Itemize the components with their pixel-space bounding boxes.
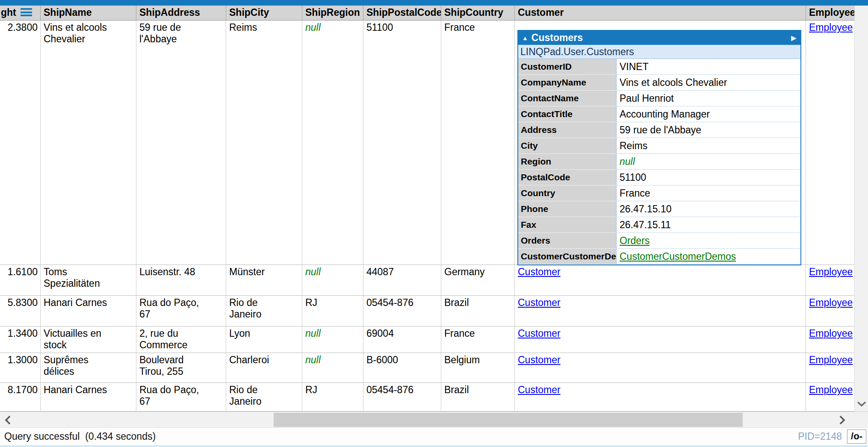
cell-customer: Customer — [515, 383, 806, 412]
cell-text: 2, rue du Commerce — [139, 328, 187, 350]
customer-panel-header[interactable]: ▲Customers ▶ — [518, 31, 800, 45]
panel-field-row: ContactNamePaul Henriot — [518, 91, 800, 106]
customer-link[interactable]: Customer — [518, 328, 561, 339]
cell-text: 1.6100 — [8, 266, 38, 277]
cell-ship-name: Hanari Carnes — [41, 383, 136, 412]
cell-text: Victuailles en stock — [44, 328, 101, 350]
cell-ship-region: null — [302, 21, 363, 265]
null-value: null — [305, 354, 321, 365]
cell-text: Brazil — [444, 297, 469, 308]
panel-field-value: Vins et alcools Chevalier — [617, 75, 800, 91]
panel-field-label: Phone — [518, 201, 617, 217]
cell-ship-postal-code: 05454-876 — [363, 383, 441, 412]
cell-text: 05454-876 — [366, 297, 413, 308]
panel-field-label: City — [518, 138, 617, 154]
employee-link[interactable]: Employee — [809, 354, 853, 365]
panel-field-value: null — [617, 154, 800, 170]
scroll-left-icon[interactable] — [3, 415, 13, 427]
optimization-mode-badge[interactable]: /o- — [847, 429, 866, 444]
cell-text: Boulevard Tirou, 255 — [139, 354, 184, 377]
horizontal-scrollbar-thumb[interactable] — [274, 413, 743, 427]
cell-ship-postal-code: B-6000 — [363, 353, 441, 383]
results-grid: ghtShipNameShipAddressShipCityShipRegion… — [0, 6, 868, 412]
customer-panel-type-name: LINQPad.User.Customers — [518, 45, 800, 59]
cell-ship-address: 59 rue de l'Abbaye — [136, 21, 226, 265]
panel-field-value: 59 rue de l'Abbaye — [617, 122, 800, 138]
column-header-ship-region[interactable]: ShipRegion — [302, 6, 363, 21]
employee-link[interactable]: Employee — [809, 266, 853, 277]
cell-ship-region: null — [302, 326, 363, 353]
vertical-scrollbar[interactable] — [854, 6, 868, 412]
cell-text: RJ — [305, 297, 317, 308]
orders-link[interactable]: Orders — [620, 235, 650, 246]
panel-field-value: VINET — [617, 59, 800, 75]
cell-text: Belgium — [444, 354, 480, 365]
customer-panel-fields: CustomerIDVINETCompanyNameVins et alcool… — [518, 59, 800, 265]
cell-ship-address: 2, rue du Commerce — [136, 326, 226, 353]
panel-field-label: PostalCode — [518, 170, 617, 185]
cell-ship-name: Suprêmes délices — [41, 353, 136, 383]
column-header-ship-postal-code[interactable]: ShipPostalCode — [363, 6, 441, 21]
scroll-right-icon[interactable] — [837, 415, 847, 427]
status-message: Query successful (0.434 seconds) — [4, 431, 156, 442]
cell-ship-address: Rua do Paço, 67 — [136, 296, 226, 326]
panel-field-row: CustomerCustomerDemosCustomerCustomerDem… — [518, 249, 800, 265]
cell-freight: 5.8300 — [0, 296, 41, 326]
panel-field-value: Reims — [617, 138, 800, 154]
collapse-triangle-icon: ▲ — [522, 35, 528, 41]
column-header-label: ShipName — [44, 7, 92, 18]
panel-field-row: CountryFrance — [518, 185, 800, 201]
column-header-ship-name[interactable]: ShipName — [41, 6, 136, 21]
customer-link[interactable]: Customer — [518, 354, 561, 365]
employee-link[interactable]: Employee — [809, 384, 853, 395]
cell-freight: 2.3800 — [0, 21, 41, 265]
cell-text: RJ — [305, 384, 317, 395]
expand-right-arrow-icon[interactable]: ▶ — [791, 31, 796, 45]
cell-ship-region: RJ — [302, 296, 363, 326]
cell-ship-region: null — [302, 265, 363, 296]
customer-link[interactable]: Customer — [518, 297, 561, 308]
column-header-customer[interactable]: Customer — [515, 6, 806, 21]
column-header-ship-address[interactable]: ShipAddress — [136, 6, 226, 21]
customer-link[interactable]: Customer — [518, 384, 561, 395]
null-value: null — [305, 328, 321, 339]
customercustomerdemos-link[interactable]: CustomerCustomerDemos — [620, 251, 736, 262]
cell-text: Luisenstr. 48 — [139, 266, 195, 277]
panel-field-row: Fax26.47.15.11 — [518, 217, 800, 233]
panel-field-row: ContactTitleAccounting Manager — [518, 106, 800, 122]
panel-field-label: CustomerCustomerDemos — [518, 249, 617, 265]
column-header-ship-city[interactable]: ShipCity — [226, 6, 302, 21]
employee-link[interactable]: Employee — [809, 297, 853, 308]
panel-field-label: ContactTitle — [518, 106, 617, 122]
employee-link[interactable]: Employee — [809, 22, 853, 33]
scroll-down-icon[interactable] — [856, 400, 867, 409]
cell-text: Rio de Janeiro — [229, 384, 261, 407]
panel-field-label: Country — [518, 185, 617, 201]
cell-freight: 1.3400 — [0, 326, 41, 353]
panel-field-value: Orders — [617, 233, 800, 249]
customer-link[interactable]: Customer — [518, 266, 561, 277]
panel-field-row: PostalCode51100 — [518, 170, 800, 185]
panel-field-label: Region — [518, 154, 617, 170]
cell-customer: Customer — [515, 265, 806, 296]
panel-field-value: Paul Henriot — [617, 91, 800, 106]
column-header-ship-country[interactable]: ShipCountry — [441, 6, 515, 21]
pid-label: PID=2148 — [798, 431, 842, 442]
employee-link[interactable]: Employee — [809, 328, 853, 339]
panel-field-label: CompanyName — [518, 75, 617, 91]
cell-text: Rio de Janeiro — [229, 297, 261, 320]
panel-field-row: CustomerIDVINET — [518, 59, 800, 75]
panel-field-row: CompanyNameVins et alcools Chevalier — [518, 75, 800, 91]
status-bar: Query successful (0.434 seconds) PID=214… — [0, 427, 868, 445]
hamburger-icon[interactable] — [21, 8, 32, 16]
cell-ship-postal-code: 69004 — [363, 326, 441, 353]
cell-text: France — [444, 22, 475, 33]
cell-text: 59 rue de l'Abbaye — [139, 22, 181, 44]
column-header-freight[interactable]: ght — [0, 6, 41, 21]
horizontal-scrollbar[interactable] — [0, 412, 868, 427]
panel-field-row: Regionnull — [518, 154, 800, 170]
cell-text: 1.3400 — [8, 328, 38, 339]
panel-field-row: OrdersOrders — [518, 233, 800, 249]
cell-ship-postal-code: 44087 — [363, 265, 441, 296]
panel-field-label: Address — [518, 122, 617, 138]
